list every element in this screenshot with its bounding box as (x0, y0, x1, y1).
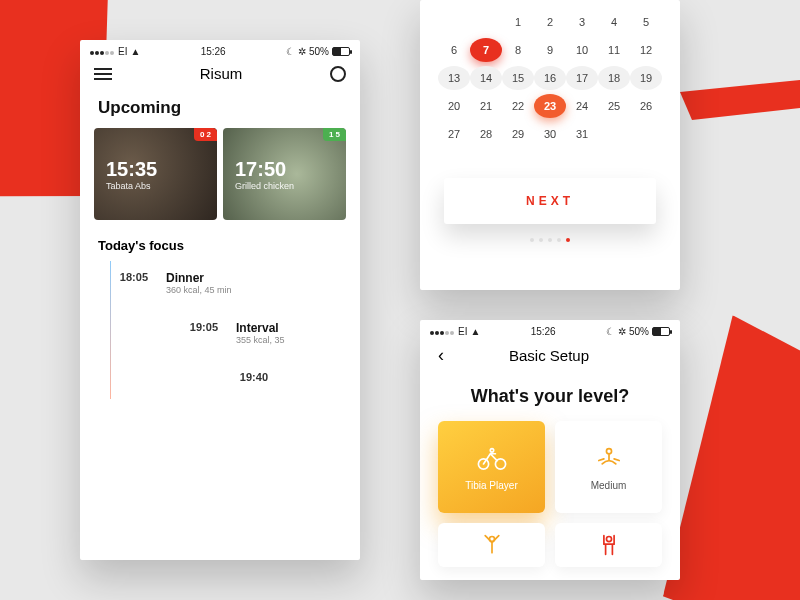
setup-question: What's your level? (420, 376, 680, 421)
page-dot[interactable] (566, 238, 570, 242)
calendar-day[interactable]: 12 (630, 38, 662, 62)
status-bar: EI ▲ 15:26 ☾ ✲ 50% (80, 40, 360, 59)
page-dot[interactable] (530, 238, 534, 242)
calendar-day[interactable]: 21 (470, 94, 502, 118)
svg-point-2 (490, 448, 493, 451)
calendar-day[interactable]: 14 (470, 66, 502, 90)
calendar-day (470, 10, 502, 34)
svg-point-5 (606, 537, 611, 542)
calendar-day[interactable]: 11 (598, 38, 630, 62)
upcoming-card[interactable]: 0 2 15:35 Tabata Abs (94, 128, 217, 220)
next-button-label: NEXT (526, 194, 574, 208)
calendar-day[interactable]: 3 (566, 10, 598, 34)
calendar-day[interactable]: 31 (566, 122, 598, 146)
timeline-entry[interactable]: 19:05 Interval 355 kcal, 35 (168, 311, 342, 361)
calendar-day (438, 10, 470, 34)
calendar-day[interactable]: 7 (470, 38, 502, 62)
upcoming-card[interactable]: 1 5 17:50 Grilled chicken (223, 128, 346, 220)
bluetooth-icon: ✲ (298, 46, 306, 57)
search-or-profile-button[interactable] (330, 66, 346, 82)
phone-setup: EI ▲ 15:26 ☾ ✲ 50% ‹ Basic Setup What's … (420, 320, 680, 580)
entry-time: 19:40 (218, 371, 268, 383)
wifi-icon: ▲ (470, 326, 480, 337)
bg-paint-stroke (680, 80, 800, 120)
timeline-entry[interactable]: 18:05 Dinner 360 kcal, 45 min (98, 261, 342, 311)
calendar-day[interactable]: 1 (502, 10, 534, 34)
level-grid-row2 (420, 513, 680, 567)
level-option-4[interactable] (555, 523, 662, 567)
phone-home: EI ▲ 15:26 ☾ ✲ 50% Risum Upcoming 0 2 15… (80, 40, 360, 560)
card-label: Grilled chicken (235, 181, 346, 191)
status-bar: EI ▲ 15:26 ☾ ✲ 50% (420, 320, 680, 339)
focus-heading: Today's focus (80, 220, 360, 261)
entry-meta: 355 kcal, 35 (236, 335, 285, 345)
battery-pct: 50% (629, 326, 649, 337)
calendar-day[interactable]: 9 (534, 38, 566, 62)
level-label: Tibia Player (465, 480, 517, 491)
upcoming-cards: 0 2 15:35 Tabata Abs 1 5 17:50 Grilled c… (80, 128, 360, 220)
calendar-day[interactable]: 26 (630, 94, 662, 118)
card-badge: 1 5 (323, 128, 346, 141)
calendar-day[interactable]: 18 (598, 66, 630, 90)
calendar-day[interactable]: 15 (502, 66, 534, 90)
calendar-day[interactable]: 8 (502, 38, 534, 62)
calendar-day[interactable]: 16 (534, 66, 566, 90)
menu-icon[interactable] (94, 68, 112, 80)
carrier-label: EI (458, 326, 467, 337)
timeline-entry[interactable]: 19:40 (218, 361, 342, 399)
calendar-day[interactable]: 23 (534, 94, 566, 118)
calendar-day[interactable]: 30 (534, 122, 566, 146)
page-dot[interactable] (548, 238, 552, 242)
signal-dots-icon (430, 326, 455, 337)
timeline: 18:05 Dinner 360 kcal, 45 min 19:05 Inte… (80, 261, 360, 399)
next-button[interactable]: NEXT (444, 178, 656, 224)
stretch-icon (475, 531, 509, 559)
navbar: Risum (80, 59, 360, 92)
card-badge: 0 2 (194, 128, 217, 141)
phone-calendar: 1234567891011121314151617181920212223242… (420, 0, 680, 290)
calendar-day[interactable]: 29 (502, 122, 534, 146)
entry-time: 19:05 (168, 321, 218, 333)
back-button[interactable]: ‹ (434, 345, 448, 366)
calendar-day[interactable]: 27 (438, 122, 470, 146)
page-dot[interactable] (557, 238, 561, 242)
entry-name: Dinner (166, 271, 232, 285)
app-title: Risum (200, 65, 243, 82)
calendar-day[interactable]: 6 (438, 38, 470, 62)
upcoming-heading: Upcoming (80, 92, 360, 128)
calendar-grid: 1234567891011121314151617181920212223242… (420, 0, 680, 150)
meditation-icon (592, 444, 626, 472)
calendar-day[interactable]: 10 (566, 38, 598, 62)
calendar-day[interactable]: 4 (598, 10, 630, 34)
signal-dots-icon (90, 46, 115, 57)
calendar-day[interactable]: 25 (598, 94, 630, 118)
battery-icon (652, 327, 670, 336)
clock-label: 15:26 (531, 326, 556, 337)
page-dot[interactable] (539, 238, 543, 242)
calendar-day[interactable]: 5 (630, 10, 662, 34)
calendar-day[interactable]: 28 (470, 122, 502, 146)
battery-icon (332, 47, 350, 56)
cyclist-icon (475, 444, 509, 472)
calendar-day (630, 122, 662, 146)
dnd-moon-icon: ☾ (286, 46, 295, 57)
calendar-day[interactable]: 17 (566, 66, 598, 90)
page-dots (420, 224, 680, 242)
calendar-day[interactable]: 22 (502, 94, 534, 118)
clock-label: 15:26 (201, 46, 226, 57)
card-time: 15:35 (106, 158, 217, 181)
entry-time: 18:05 (98, 271, 148, 283)
calendar-day[interactable]: 19 (630, 66, 662, 90)
level-option-3[interactable] (438, 523, 545, 567)
calendar-day[interactable]: 13 (438, 66, 470, 90)
person-icon (592, 531, 626, 559)
calendar-day[interactable]: 24 (566, 94, 598, 118)
level-option-tibia[interactable]: Tibia Player (438, 421, 545, 513)
card-label: Tabata Abs (106, 181, 217, 191)
calendar-day[interactable]: 20 (438, 94, 470, 118)
calendar-day[interactable]: 2 (534, 10, 566, 34)
calendar-day (598, 122, 630, 146)
level-option-medium[interactable]: Medium (555, 421, 662, 513)
dnd-moon-icon: ☾ (606, 326, 615, 337)
screen-title: Basic Setup (509, 347, 589, 364)
